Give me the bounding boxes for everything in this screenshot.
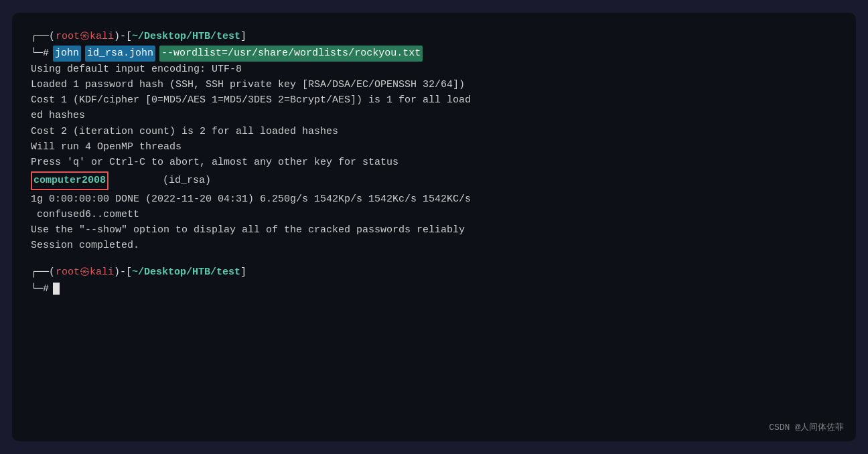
prompt-path: ~/Desktop/HTB/test bbox=[132, 29, 240, 44]
output-line-7: Press 'q' or Ctrl-C to abort, almost any… bbox=[31, 155, 837, 170]
output-line-5: Cost 2 (iteration count) is 2 for all lo… bbox=[31, 124, 837, 139]
terminal-content: ┌──(root㉿kali)-[~/Desktop/HTB/test] └─ #… bbox=[31, 29, 837, 297]
cursor bbox=[53, 283, 60, 295]
prompt-line-2: ┌──(root㉿kali)-[~/Desktop/HTB/test] bbox=[31, 264, 837, 280]
password-line: computer2008 (id_rsa) bbox=[31, 171, 837, 190]
bracket-path-close: ] bbox=[240, 29, 246, 44]
watermark: CSDN @人间体佐菲 bbox=[769, 421, 844, 433]
cmd-john-file: id_rsa.john bbox=[85, 46, 155, 61]
password-line-rest: (id_rsa) bbox=[108, 173, 211, 188]
output-line-8: 1g 0:00:00:00 DONE (2022-11-20 04:31) 6.… bbox=[31, 192, 837, 207]
bracket-left-2: ┌──( bbox=[31, 264, 55, 280]
command-line-1: └─ # john id_rsa.john --wordlist=/usr/sh… bbox=[31, 46, 837, 61]
command-line-2: └─ # bbox=[31, 281, 837, 297]
output-line-1: Using default input encoding: UTF-8 bbox=[31, 62, 837, 77]
prompt-tree-2: └─ bbox=[31, 281, 43, 297]
output-line-6: Will run 4 OpenMP threads bbox=[31, 139, 837, 155]
prompt-line-1: ┌──(root㉿kali)-[~/Desktop/HTB/test] bbox=[31, 29, 837, 44]
cracked-password: computer2008 bbox=[31, 171, 108, 190]
prompt-user: root bbox=[56, 29, 80, 44]
prompt-hash-2: # bbox=[43, 281, 49, 297]
output-line-11: Session completed. bbox=[31, 238, 837, 253]
output-line-10: Use the "--show" option to display all o… bbox=[31, 222, 837, 238]
prompt-host: kali bbox=[90, 29, 114, 44]
cmd-john: john bbox=[53, 46, 81, 61]
prompt-skull: ㉿ bbox=[80, 29, 90, 44]
bracket-path-close-2: ] bbox=[240, 264, 246, 280]
bracket-left-1: ┌──( bbox=[31, 29, 55, 44]
cmd-wordlist: --wordlist=/usr/share/wordlists/rockyou.… bbox=[159, 46, 423, 61]
output-line-3: Cost 1 (KDF/cipher [0=MD5/AES 1=MD5/3DES… bbox=[31, 92, 837, 108]
prompt-path-2: ~/Desktop/HTB/test bbox=[132, 264, 240, 280]
prompt-hash-1: # bbox=[43, 46, 49, 61]
prompt-host-2: kali bbox=[90, 264, 114, 280]
prompt-skull-2: ㉿ bbox=[80, 264, 90, 280]
prompt-user-2: root bbox=[56, 264, 80, 280]
output-line-4: ed hashes bbox=[31, 108, 837, 123]
bracket-path-open: )-[ bbox=[114, 29, 132, 44]
output-line-9: confused6..comett bbox=[31, 207, 837, 222]
terminal-window: ┌──(root㉿kali)-[~/Desktop/HTB/test] └─ #… bbox=[12, 13, 856, 441]
output-line-2: Loaded 1 password hash (SSH, SSH private… bbox=[31, 77, 837, 92]
prompt-tree: └─ bbox=[31, 46, 43, 61]
bracket-path-open-2: )-[ bbox=[114, 264, 132, 280]
